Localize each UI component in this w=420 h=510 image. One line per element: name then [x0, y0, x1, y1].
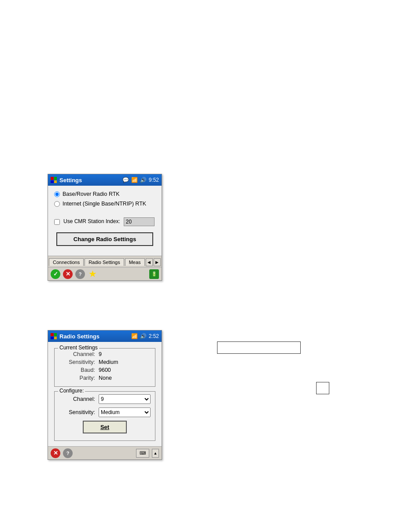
radio-internet-label: Internet (Single Base/NTRIP) RTK — [63, 201, 146, 207]
cs-channel-value: 9 — [99, 351, 102, 357]
clock-display: 9:52 — [149, 177, 159, 183]
favorites-button[interactable]: ★ — [88, 269, 97, 279]
cmr-index-input[interactable] — [124, 217, 155, 226]
tab-radio-settings[interactable]: Radio Settings — [85, 258, 124, 266]
signal-icon: 📶 — [131, 177, 138, 183]
radio-internet[interactable] — [54, 201, 60, 207]
tab-connections[interactable]: Connections — [49, 258, 84, 266]
change-radio-settings-button[interactable]: Change Radio Settings — [56, 232, 153, 246]
settings-window: Settings 💬 📶 🔊 9:52 Base/Rover Radio RTK… — [48, 174, 162, 281]
cs-parity-value: None — [99, 375, 112, 381]
radio-option-2[interactable]: Internet (Single Base/NTRIP) RTK — [54, 201, 155, 207]
battery-icon: 🔋 — [149, 269, 159, 279]
radio-base-rover[interactable] — [54, 191, 60, 197]
float-input-box-1 — [217, 341, 301, 354]
ok-button[interactable]: ✓ — [51, 269, 60, 279]
current-settings-group: Current Settings Channel: 9 Sensitivity:… — [54, 348, 155, 387]
tab-meas[interactable]: Meas — [125, 258, 145, 266]
current-settings-title: Current Settings — [58, 345, 99, 351]
settings-body: Base/Rover Radio RTK Internet (Single Ba… — [48, 186, 162, 256]
configure-group: Configure: Channel: 9 123 456 7810 Sensi… — [54, 391, 155, 441]
spacer — [54, 210, 155, 217]
cs-parity-label: Parity: — [59, 375, 99, 381]
radio-signal-icon: 📶 — [131, 333, 138, 339]
settings-title: Settings — [59, 177, 120, 183]
settings-title-bar: Settings 💬 📶 🔊 9:52 — [48, 174, 162, 186]
chat-icon: 💬 — [122, 177, 129, 183]
cs-sensitivity-value: Medium — [99, 359, 118, 365]
radio-settings-window: Radio Settings 📶 🔊 2:52 Current Settings… — [48, 330, 162, 460]
radio-base-rover-label: Base/Rover Radio RTK — [63, 191, 120, 197]
cs-channel-row: Channel: 9 — [59, 351, 151, 357]
radio-settings-title-bar: Radio Settings 📶 🔊 2:52 — [48, 330, 162, 342]
volume-icon: 🔊 — [140, 177, 147, 183]
radio-settings-bottom-toolbar: ✕ ? ⌨ ▲ — [48, 446, 162, 459]
cfg-sensitivity-label: Sensitivity: — [59, 409, 99, 415]
radio-settings-body: Current Settings Channel: 9 Sensitivity:… — [48, 342, 162, 446]
cs-baud-row: Baud: 9600 — [59, 367, 151, 373]
cmr-checkbox[interactable] — [54, 219, 60, 225]
radio-option-1[interactable]: Base/Rover Radio RTK — [54, 191, 155, 197]
tab-bar: Connections Radio Settings Meas ◀ ▶ — [48, 256, 162, 267]
cs-channel-label: Channel: — [59, 351, 99, 357]
cs-baud-label: Baud: — [59, 367, 99, 373]
cfg-channel-label: Channel: — [59, 396, 99, 402]
cs-sensitivity-row: Sensitivity: Medium — [59, 359, 151, 365]
radio-clock-display: 2:52 — [149, 333, 159, 339]
radio-volume-icon: 🔊 — [140, 333, 147, 339]
float-input-box-2 — [316, 382, 329, 394]
cmr-label: Use CMR Station Index: — [63, 218, 120, 225]
radio-cancel-button[interactable]: ✕ — [51, 448, 60, 458]
radio-settings-title: Radio Settings — [59, 333, 129, 340]
radio-windows-flag-icon — [51, 333, 57, 339]
tab-prev-arrow[interactable]: ◀ — [146, 258, 153, 266]
title-bar-status: 💬 📶 🔊 9:52 — [122, 177, 159, 183]
cs-parity-row: Parity: None — [59, 375, 151, 381]
cfg-sensitivity-select[interactable]: Medium Low High — [99, 407, 151, 417]
cs-baud-value: 9600 — [99, 367, 111, 373]
set-button[interactable]: Set — [83, 421, 127, 433]
cmr-row: Use CMR Station Index: — [54, 217, 155, 226]
cfg-channel-select[interactable]: 9 123 456 7810 — [99, 394, 151, 404]
cs-sensitivity-label: Sensitivity: — [59, 359, 99, 365]
cancel-button[interactable]: ✕ — [63, 269, 73, 279]
help-button[interactable]: ? — [75, 269, 85, 279]
scroll-up-arrow[interactable]: ▲ — [152, 449, 159, 458]
tab-next-arrow[interactable]: ▶ — [154, 258, 161, 266]
cfg-channel-row: Channel: 9 123 456 7810 — [59, 394, 151, 404]
cfg-sensitivity-row: Sensitivity: Medium Low High — [59, 407, 151, 417]
configure-title: Configure: — [58, 388, 85, 394]
keyboard-icon[interactable]: ⌨ — [136, 449, 149, 458]
radio-title-bar-status: 📶 🔊 2:52 — [131, 333, 159, 339]
settings-bottom-toolbar: ✓ ✕ ? ★ 🔋 — [48, 267, 162, 280]
windows-flag-icon — [51, 177, 57, 183]
radio-help-button[interactable]: ? — [63, 448, 73, 458]
